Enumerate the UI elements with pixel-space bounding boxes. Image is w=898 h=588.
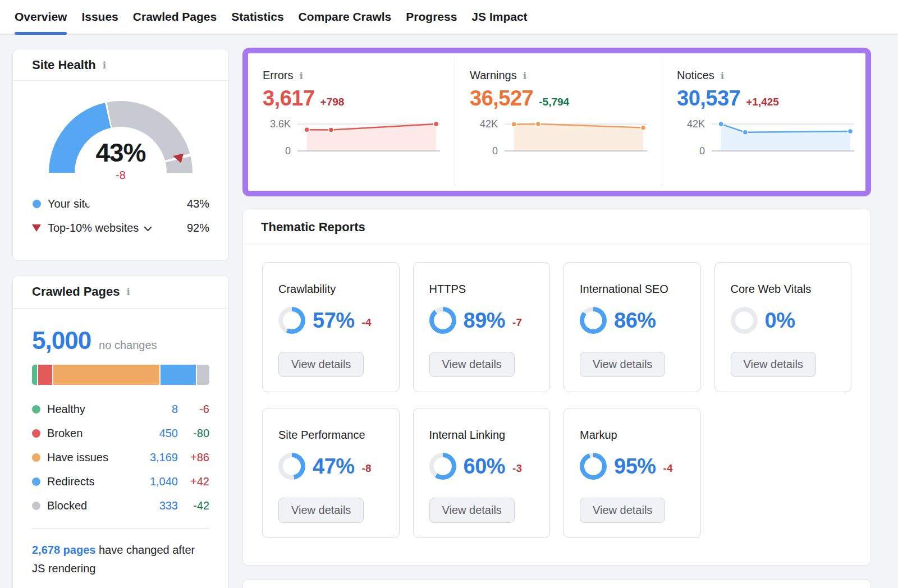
- bar-segment-broken: [38, 365, 52, 385]
- legend-value-link[interactable]: 333: [134, 499, 178, 512]
- legend-row-broken: Broken 450 -80: [32, 421, 209, 445]
- legend-value-link[interactable]: 450: [134, 427, 178, 440]
- info-icon[interactable]: i: [523, 70, 526, 81]
- site-health-title: Site Health: [32, 58, 96, 72]
- metric-value[interactable]: 30,537: [677, 86, 740, 111]
- info-icon[interactable]: i: [127, 286, 130, 297]
- metric-change: +798: [320, 96, 345, 108]
- info-icon[interactable]: i: [721, 70, 724, 81]
- legend-value: 92%: [187, 222, 209, 235]
- metric-label: Warnings: [470, 69, 517, 82]
- js-rendering-note: 2,678 pages have changed after JS render…: [32, 541, 209, 578]
- site-health-gauge: 43% -8: [49, 101, 193, 173]
- crawled-pages-legend: Healthy 8 -6 Broken 450 -80 Have issues …: [32, 397, 209, 518]
- view-details-button[interactable]: View details: [278, 498, 364, 523]
- thematic-reports-card: Thematic Reports Crawlability 57% -4 Vie…: [242, 209, 871, 566]
- y-axis-zero-label: 0: [285, 145, 291, 157]
- legend-change: -42: [178, 499, 209, 512]
- tab-issues[interactable]: Issues: [81, 0, 118, 34]
- legend-change: +86: [178, 451, 209, 464]
- legend-label: Have issues: [47, 451, 134, 464]
- tab-statistics[interactable]: Statistics: [231, 0, 283, 34]
- view-details-button[interactable]: View details: [278, 352, 364, 377]
- site-health-card: Site Health i 43% -8 Your site 43% Top-1…: [12, 49, 229, 261]
- tab-overview[interactable]: Overview: [15, 0, 67, 34]
- donut-progress-chart: [429, 307, 456, 334]
- legend-value-link[interactable]: 1,040: [134, 475, 178, 488]
- thematic-change: -8: [362, 462, 372, 475]
- legend-change: +42: [178, 475, 209, 488]
- tab-label: JS Impact: [471, 10, 527, 24]
- tab-label: Progress: [406, 10, 457, 24]
- crawled-pages-total: 5,000: [32, 327, 91, 355]
- metric-warnings: Warnings i 36,527 -5,794 42K 0: [455, 58, 662, 186]
- next-section-card-top: [242, 579, 871, 588]
- trend-sparkline-chart: [712, 120, 854, 155]
- thematic-percent: 47%: [313, 454, 355, 479]
- view-details-button[interactable]: View details: [580, 498, 665, 523]
- thematic-percent: 0%: [765, 309, 795, 333]
- info-icon[interactable]: i: [299, 70, 303, 81]
- legend-value: 43%: [187, 197, 209, 210]
- thematic-card-title: Markup: [580, 429, 685, 442]
- thematic-percent: 89%: [464, 309, 506, 333]
- tab-compare-crawls[interactable]: Compare Crawls: [299, 0, 392, 34]
- thematic-change: -7: [512, 316, 522, 329]
- thematic-card-internal-linking: Internal Linking 60% -3 View details: [413, 408, 551, 538]
- legend-row-have-issues: Have issues 3,169 +86: [32, 445, 209, 470]
- bar-segment-redirects: [161, 365, 196, 385]
- tab-js-impact[interactable]: JS Impact: [471, 0, 527, 34]
- crawled-pages-total-note: no changes: [99, 339, 157, 352]
- metric-value[interactable]: 3,617: [263, 86, 315, 111]
- donut-progress-chart: [278, 307, 305, 334]
- site-health-score-change: -8: [49, 169, 193, 182]
- thematic-card-markup: Markup 95% -4 View details: [563, 408, 701, 538]
- legend-value-link[interactable]: 8: [134, 403, 178, 416]
- legend-value-link[interactable]: 3,169: [134, 451, 178, 464]
- tab-progress[interactable]: Progress: [406, 0, 457, 34]
- divider: [32, 528, 209, 529]
- y-axis-top-label: 42K: [480, 118, 498, 130]
- crawled-pages-stacked-bar: [32, 365, 209, 385]
- thematic-card-title: Internal Linking: [429, 429, 534, 442]
- thematic-card-title: Crawlability: [278, 283, 383, 296]
- thematic-card-title: Core Web Vitals: [731, 283, 836, 296]
- legend-change: -6: [178, 403, 209, 416]
- trend-sparkline-chart: [505, 120, 647, 155]
- changed-pages-link[interactable]: 2,678 pages: [32, 544, 95, 556]
- view-details-button[interactable]: View details: [580, 352, 665, 377]
- legend-dot-icon: [32, 405, 40, 414]
- issues-summary-panel-highlighted: Errors i 3,617 +798 3.6K 0 Warnings i 36…: [242, 48, 871, 196]
- y-axis-top-label: 42K: [687, 118, 705, 130]
- thematic-card-international-seo: International SEO 86% View details: [563, 262, 701, 392]
- bar-segment-have-issues: [53, 365, 159, 385]
- donut-progress-chart: [429, 453, 456, 480]
- view-details-button[interactable]: View details: [731, 352, 816, 377]
- donut-progress-chart: [278, 453, 305, 480]
- legend-dot-icon: [32, 429, 40, 438]
- thematic-change: -4: [663, 462, 673, 475]
- thematic-change: -4: [362, 316, 372, 329]
- thematic-card-title: International SEO: [580, 283, 685, 296]
- tab-label: Crawled Pages: [133, 10, 217, 24]
- info-icon[interactable]: i: [103, 59, 106, 71]
- legend-label: Redirects: [47, 475, 134, 488]
- top-tab-bar: Overview Issues Crawled Pages Statistics…: [0, 0, 898, 35]
- crawled-pages-title: Crawled Pages: [32, 284, 120, 299]
- y-axis-zero-label: 0: [699, 145, 705, 157]
- thematic-card-site-performance: Site Performance 47% -8 View details: [262, 408, 400, 538]
- legend-dot-icon: [32, 477, 40, 486]
- thematic-percent: 86%: [614, 309, 656, 333]
- view-details-button[interactable]: View details: [429, 498, 515, 523]
- metric-value[interactable]: 36,527: [470, 86, 533, 111]
- donut-progress-chart: [580, 453, 607, 480]
- metric-notices: Notices i 30,537 +1,425 42K 0: [662, 58, 869, 186]
- tab-crawled-pages[interactable]: Crawled Pages: [133, 0, 217, 34]
- trend-sparkline-chart: [297, 120, 440, 155]
- y-axis-zero-label: 0: [492, 145, 498, 157]
- thematic-card-crawlability: Crawlability 57% -4 View details: [262, 262, 400, 392]
- thematic-reports-title: Thematic Reports: [261, 220, 365, 235]
- metric-label: Errors: [263, 69, 293, 82]
- legend-change: -80: [178, 427, 209, 440]
- view-details-button[interactable]: View details: [429, 352, 515, 377]
